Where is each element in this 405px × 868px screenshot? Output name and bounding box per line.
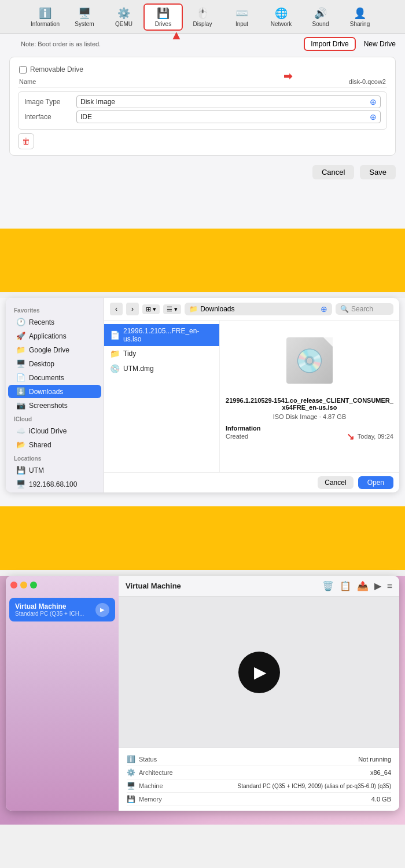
vm-window: Virtual Machine Standard PC (Q35 + ICH..…	[6, 576, 399, 811]
vm-delete-button[interactable]: 🗑️	[322, 580, 334, 591]
toolbar-item-sharing[interactable]: 👤 Sharing	[340, 5, 380, 30]
forward-button[interactable]: ›	[126, 303, 139, 315]
sidebar-label-desktop: Desktop	[29, 360, 54, 368]
preview-created-row: Created Today, 09:24	[226, 433, 393, 440]
toolbar-item-drives[interactable]: 💾 Drives	[143, 3, 183, 31]
sidebar-item-icloud-drive[interactable]: ☁️ iCloud Drive	[8, 424, 101, 437]
vm-memory-label: 💾 Memory	[127, 795, 162, 803]
vm-play-button[interactable]: ▶	[238, 652, 280, 693]
vm-memory-row: 💾 Memory 4.0 GB	[127, 793, 391, 806]
status-icon: ℹ️	[127, 755, 135, 763]
toolbar-label-qemu: QEMU	[115, 21, 132, 27]
toolbar-item-sound[interactable]: 🔊 Sound	[301, 5, 340, 30]
interface-field: Interface IDE ⊕	[24, 111, 381, 123]
close-traffic-light[interactable]	[10, 582, 17, 589]
search-box[interactable]: 🔍 Search	[336, 303, 393, 315]
drives-icon: 💾	[157, 7, 170, 20]
vm-status-label: ℹ️ Status	[127, 755, 157, 763]
toolbar-item-information[interactable]: ℹ️ Information	[25, 5, 65, 30]
vm-arch-value: x86_64	[370, 769, 391, 776]
import-drive-button[interactable]: Import Drive	[304, 37, 355, 51]
utm-drives-section: ℹ️ Information 🖥️ System ⚙️ QEMU 💾 Drive…	[0, 0, 405, 229]
machine-icon: 🖥️	[127, 782, 135, 790]
vm-list-play-icon[interactable]: ▶	[95, 603, 109, 617]
toolbar-item-display[interactable]: 🖱️ Display	[183, 5, 222, 30]
sidebar-item-google-drive[interactable]: 📁 Google Drive	[8, 343, 101, 356]
vm-memory-value: 4.0 GB	[371, 796, 391, 803]
vm-share-button[interactable]: 📤	[357, 580, 369, 591]
toolbar-item-network[interactable]: 🌐 Network	[262, 5, 301, 30]
icloud-label: iCloud	[6, 413, 104, 424]
sidebar-item-screenshots[interactable]: 📷 Screenshots	[8, 399, 101, 412]
toolbar-label-sound: Sound	[312, 21, 329, 27]
name-column-header: Name	[19, 78, 36, 85]
file-picker-sidebar: Favorites 🕐 Recents 🚀 Applications 📁 Goo…	[6, 298, 104, 492]
recents-icon: 🕐	[16, 318, 25, 326]
new-drive-button[interactable]: New Drive	[364, 40, 396, 48]
removable-drive-label: Removable Drive	[30, 65, 83, 73]
shared-icon: 📂	[16, 440, 25, 449]
page-curl	[323, 337, 333, 347]
sidebar-item-utm[interactable]: 💾 UTM	[8, 464, 101, 477]
back-button[interactable]: ‹	[110, 303, 123, 315]
open-button[interactable]: Open	[358, 476, 393, 489]
qemu-icon: ⚙️	[117, 7, 130, 20]
delete-drive-button[interactable]: 🗑	[18, 133, 34, 149]
information-icon: ℹ️	[39, 7, 51, 20]
network-icon: 🌐	[275, 7, 288, 20]
tidy-name: Tidy	[123, 350, 136, 358]
file-item-iso[interactable]: 📄 21996.1.2105...FRE_en-us.iso	[104, 324, 219, 346]
drives-table-header: Name disk-0.qcow2	[18, 76, 387, 88]
interface-select[interactable]: IDE ⊕	[76, 111, 381, 123]
file-cancel-button[interactable]: Cancel	[318, 476, 353, 489]
sidebar-item-desktop[interactable]: 🖥️ Desktop	[8, 357, 101, 370]
sidebar-item-applications[interactable]: 🚀 Applications	[8, 329, 101, 343]
file-item-tidy[interactable]: 📁 Tidy	[104, 346, 219, 361]
toolbar-item-system[interactable]: 🖥️ System	[65, 5, 104, 30]
documents-icon: 📄	[16, 373, 25, 382]
toolbar-label-system: System	[75, 21, 94, 27]
removable-drive-checkbox[interactable]	[19, 66, 27, 73]
note-text: Note: Boot order is as listed.	[21, 41, 101, 47]
created-label: Created	[226, 433, 248, 440]
sidebar-item-documents[interactable]: 📄 Documents	[8, 371, 101, 384]
list-view-button[interactable]: ☰ ▾	[163, 304, 181, 314]
iso-file-icon: 📄	[110, 330, 120, 340]
vm-run-button[interactable]: ▶	[374, 580, 381, 591]
vm-list-item[interactable]: Virtual Machine Standard PC (Q35 + ICH..…	[9, 598, 115, 621]
folder-icon: 📁	[189, 305, 198, 313]
toolbar-label-drives: Drives	[155, 21, 171, 27]
fullscreen-traffic-light[interactable]	[30, 582, 37, 589]
search-icon: 🔍	[340, 305, 349, 313]
toolbar-label-display: Display	[193, 21, 212, 27]
vm-main-area: Virtual Machine 🗑️ 📋 📤 ▶ ≡ ▶ ℹ️ Status	[119, 576, 399, 811]
file-preview-panel: 💿 21996.1.210529-1541.co_release_CLIENT_…	[220, 321, 399, 472]
desktop-icon: 🖥️	[16, 359, 25, 368]
sidebar-label-applications: Applications	[29, 332, 67, 340]
toolbar-item-input[interactable]: ⌨️ Input	[222, 5, 262, 30]
location-badge[interactable]: 📁 Downloads ⊕	[185, 303, 332, 315]
sidebar-item-192-168-68-111[interactable]: 🖥️ 192.168.68.111	[8, 491, 101, 492]
toolbar-item-qemu[interactable]: ⚙️ QEMU	[104, 5, 143, 30]
icon-view-button[interactable]: ⊞ ▾	[142, 304, 160, 314]
display-icon: 🖱️	[196, 7, 209, 20]
sidebar-item-downloads[interactable]: ⬇️ Downloads	[8, 385, 101, 398]
cancel-button[interactable]: Cancel	[312, 165, 354, 179]
disk-name-value: disk-0.qcow2	[349, 78, 386, 85]
utm-dmg-name: UTM.dmg	[123, 365, 154, 373]
file-item-utm-dmg[interactable]: 💿 UTM.dmg	[104, 361, 219, 376]
interface-arrow-icon: ⊕	[370, 112, 377, 122]
save-button[interactable]: Save	[360, 165, 396, 179]
image-type-select[interactable]: Disk Image ⊕	[76, 95, 381, 108]
sidebar-item-recents[interactable]: 🕐 Recents	[8, 315, 101, 329]
preview-filename: 21996.1.210529-1541.co_release_CLIENT_CO…	[226, 397, 393, 411]
vm-menu-button[interactable]: ≡	[387, 581, 392, 591]
file-main-area: ‹ › ⊞ ▾ ☰ ▾ 📁 Downloads ⊕ 🔍 Search 📄	[104, 298, 399, 492]
drives-content-area: Removable Drive Name disk-0.qcow2 Image …	[9, 57, 396, 156]
vm-clone-button[interactable]: 📋	[340, 580, 351, 591]
applications-icon: 🚀	[16, 332, 25, 340]
location-text: Downloads	[200, 305, 234, 313]
sidebar-item-192-168-68-100[interactable]: 🖥️ 192.168.68.100	[8, 477, 101, 491]
sidebar-item-shared[interactable]: 📂 Shared	[8, 438, 101, 451]
minimize-traffic-light[interactable]	[20, 582, 27, 589]
